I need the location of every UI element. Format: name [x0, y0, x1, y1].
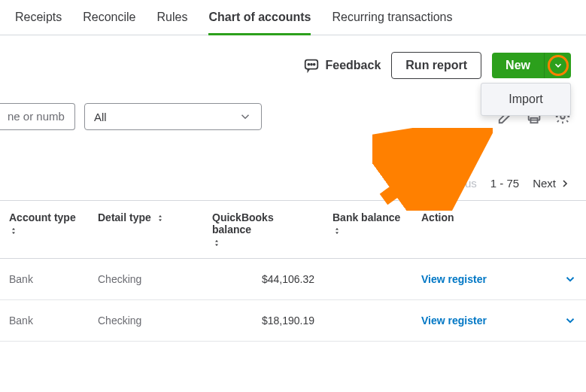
- chevron-down-icon: [553, 60, 563, 71]
- filters-left: ne or numb All: [0, 103, 262, 130]
- tab-rules[interactable]: Rules: [157, 11, 188, 35]
- pager-range: 1 - 75: [490, 177, 519, 190]
- table-header-row: Account type Detail type QuickBooks bala…: [0, 201, 586, 259]
- col-qb-balance[interactable]: QuickBooks balance: [203, 201, 323, 259]
- cell-bank-balance: [323, 259, 412, 300]
- sort-icon: [9, 226, 18, 236]
- cell-detail-type: Checking: [89, 259, 203, 300]
- cell-action: View register: [412, 300, 586, 342]
- cell-bank-balance: [323, 300, 412, 342]
- tab-recurring-transactions[interactable]: Recurring transactions: [332, 11, 452, 35]
- cell-qb-balance: $18,190.19: [203, 300, 323, 342]
- cell-action: View register: [412, 259, 586, 300]
- filter-select-all[interactable]: All: [84, 103, 262, 130]
- col-label: Detail type: [98, 211, 151, 223]
- chevron-left-icon: [417, 178, 430, 190]
- svg-point-3: [313, 64, 314, 65]
- nav-tabs: Receipts Reconcile Rules Chart of accoun…: [0, 0, 586, 35]
- svg-point-2: [311, 64, 312, 65]
- new-button[interactable]: New: [492, 53, 544, 78]
- chevron-down-icon[interactable]: [563, 314, 577, 327]
- view-register-link[interactable]: View register: [421, 315, 487, 327]
- col-action: Action: [412, 201, 586, 259]
- feedback-label: Feedback: [326, 59, 381, 72]
- feedback-button[interactable]: Feedback: [303, 57, 381, 74]
- tab-reconcile[interactable]: Reconcile: [83, 11, 135, 35]
- search-input[interactable]: ne or numb: [0, 103, 75, 130]
- highlight-ring: [548, 55, 569, 76]
- cell-detail-type: Checking: [89, 300, 203, 342]
- view-register-link[interactable]: View register: [421, 273, 487, 285]
- col-label: Account type: [9, 211, 76, 223]
- filter-select-label: All: [94, 111, 107, 123]
- sort-icon: [156, 214, 165, 223]
- toolbar: Feedback Run report New Import: [0, 35, 586, 79]
- cell-account-type: Bank: [0, 259, 89, 300]
- cell-qb-balance: $44,106.32: [203, 259, 323, 300]
- col-label: Action: [421, 211, 454, 223]
- sort-icon: [212, 239, 221, 248]
- chevron-down-icon[interactable]: [563, 272, 577, 286]
- pager-next[interactable]: Next: [533, 177, 571, 190]
- pager: Previous 1 - 75 Next: [0, 130, 586, 190]
- col-account-type[interactable]: Account type: [0, 201, 89, 259]
- pager-next-label: Next: [533, 177, 556, 190]
- cell-account-type: Bank: [0, 300, 89, 342]
- run-report-button[interactable]: Run report: [391, 52, 481, 79]
- chevron-right-icon: [559, 178, 571, 190]
- col-bank-balance[interactable]: Bank balance: [323, 201, 412, 259]
- table-row: Bank Checking $18,190.19 View register: [0, 300, 586, 342]
- message-icon: [303, 57, 320, 74]
- new-dropdown-menu: Import: [481, 83, 571, 116]
- new-split-button: New Import: [492, 53, 571, 78]
- svg-point-1: [308, 64, 309, 65]
- col-label: Bank balance: [332, 211, 400, 223]
- pager-previous[interactable]: Previous: [417, 177, 476, 190]
- col-detail-type[interactable]: Detail type: [89, 201, 203, 259]
- dropdown-item-import[interactable]: Import: [481, 84, 570, 115]
- chevron-down-icon: [238, 110, 252, 123]
- tab-receipts[interactable]: Receipts: [15, 11, 62, 35]
- col-label: QuickBooks balance: [212, 211, 274, 236]
- table-row: Bank Checking $44,106.32 View register: [0, 259, 586, 300]
- pager-previous-label: Previous: [433, 177, 476, 190]
- accounts-table: Account type Detail type QuickBooks bala…: [0, 200, 586, 342]
- new-dropdown-caret[interactable]: Import: [544, 53, 571, 78]
- sort-icon: [332, 226, 342, 236]
- tab-chart-of-accounts[interactable]: Chart of accounts: [208, 11, 311, 35]
